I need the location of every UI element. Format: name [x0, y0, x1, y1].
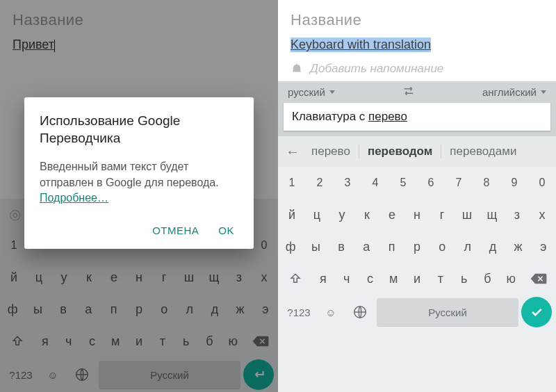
- translate-input-text: Клавиатура с: [292, 110, 368, 123]
- key-ж[interactable]: ж: [505, 234, 530, 260]
- key-б[interactable]: б: [475, 266, 499, 292]
- key-ф[interactable]: ф: [278, 234, 303, 260]
- key-ы[interactable]: ы: [303, 234, 328, 260]
- key-8[interactable]: 8: [473, 171, 500, 195]
- key-щ[interactable]: щ: [480, 202, 505, 228]
- swap-languages-button[interactable]: [402, 85, 416, 99]
- emoji-key[interactable]: ☺: [318, 298, 343, 326]
- key-й[interactable]: й: [279, 202, 304, 228]
- key-о[interactable]: о: [430, 234, 455, 260]
- note-title-field[interactable]: Название: [291, 11, 543, 29]
- note-body-text[interactable]: Keyboard with translation: [291, 38, 431, 52]
- key-л[interactable]: л: [455, 234, 480, 260]
- symbols-key[interactable]: ?123: [282, 298, 316, 326]
- key-д[interactable]: д: [480, 234, 505, 260]
- key-4[interactable]: 4: [361, 171, 389, 195]
- key-ч[interactable]: ч: [335, 266, 359, 292]
- key-а[interactable]: а: [354, 234, 379, 260]
- key-г[interactable]: г: [430, 202, 455, 228]
- key-н[interactable]: н: [404, 202, 430, 228]
- suggestion-1[interactable]: перево: [303, 145, 359, 158]
- key-6[interactable]: 6: [417, 171, 445, 195]
- note-area[interactable]: Название Keyboard with translation: [278, 0, 556, 59]
- keyboard-row-3: фывапролджэ: [278, 231, 556, 263]
- translate-language-bar: русский английский: [278, 81, 556, 103]
- dropdown-icon: [329, 90, 335, 94]
- key-0[interactable]: 0: [528, 171, 556, 195]
- suggestion-bar: ← перево переводом переводами: [278, 136, 556, 167]
- suggestion-back-button[interactable]: ←: [282, 144, 303, 160]
- screenshot-left: Название Привет ◎ 1234567890 йцукенгшщзх…: [0, 0, 278, 392]
- key-п[interactable]: п: [379, 234, 404, 260]
- key-и[interactable]: и: [405, 266, 429, 292]
- shift-key[interactable]: [279, 267, 311, 291]
- dropdown-icon: [541, 90, 546, 94]
- key-э[interactable]: э: [531, 234, 556, 260]
- backspace-key[interactable]: [523, 266, 555, 291]
- learn-more-link[interactable]: Подробнее…: [40, 192, 108, 204]
- suggestion-2[interactable]: переводом: [359, 145, 441, 158]
- key-е[interactable]: е: [379, 202, 404, 228]
- keyboard-row-2: йцукенгшщзх: [278, 199, 556, 231]
- keyboard-row-numbers: 1234567890: [278, 167, 556, 199]
- key-3[interactable]: 3: [334, 171, 361, 195]
- translate-consent-dialog: Использование Google Переводчика Введенн…: [24, 97, 254, 249]
- keyboard: 1234567890 йцукенгшщзх фывапролджэ ячсми…: [278, 167, 556, 392]
- key-2[interactable]: 2: [306, 171, 334, 195]
- key-в[interactable]: в: [329, 234, 354, 260]
- dialog-title: Использование Google Переводчика: [40, 113, 238, 147]
- key-с[interactable]: с: [359, 266, 382, 292]
- key-к[interactable]: к: [354, 202, 379, 228]
- source-language-label: русский: [288, 86, 325, 98]
- modal-overlay: Использование Google Переводчика Введенн…: [0, 0, 278, 392]
- spacebar[interactable]: Русский: [377, 298, 518, 326]
- suggestion-3[interactable]: переводами: [441, 145, 525, 158]
- key-р[interactable]: р: [404, 234, 430, 260]
- key-у[interactable]: у: [329, 202, 354, 228]
- enter-key[interactable]: [521, 297, 552, 327]
- cancel-button[interactable]: ОТМЕНА: [152, 224, 199, 236]
- dialog-body: Введенный вами текст будет отправлен в G…: [40, 159, 238, 206]
- target-language-label: английский: [482, 86, 537, 98]
- key-ц[interactable]: ц: [304, 202, 329, 228]
- source-language-button[interactable]: русский: [288, 86, 335, 98]
- target-language-button[interactable]: английский: [482, 86, 546, 98]
- dialog-body-text: Введенный вами текст будет отправлен в G…: [40, 161, 219, 188]
- screenshot-right: Название Keyboard with translation Добав…: [278, 0, 556, 392]
- key-ш[interactable]: ш: [455, 202, 480, 228]
- language-key[interactable]: [346, 298, 374, 326]
- reminder-icon: [291, 63, 303, 75]
- key-5[interactable]: 5: [389, 171, 417, 195]
- key-з[interactable]: з: [505, 202, 530, 228]
- translate-input[interactable]: Клавиатура с перево: [284, 103, 550, 131]
- dialog-actions: ОТМЕНА OK: [40, 220, 238, 240]
- key-я[interactable]: я: [311, 266, 335, 292]
- ok-button[interactable]: OK: [218, 224, 234, 236]
- translate-input-composing: перево: [368, 110, 407, 123]
- key-ю[interactable]: ю: [499, 266, 523, 292]
- key-х[interactable]: х: [530, 202, 555, 228]
- key-7[interactable]: 7: [445, 171, 473, 195]
- key-ь[interactable]: ь: [452, 266, 476, 292]
- keyboard-bottom-row: ?123 ☺ Русский: [278, 295, 556, 329]
- key-9[interactable]: 9: [500, 171, 528, 195]
- add-reminder[interactable]: Добавить напоминание: [278, 59, 556, 81]
- key-т[interactable]: т: [429, 266, 452, 292]
- keyboard-row-4: ячсмитьбю: [278, 263, 556, 295]
- key-1[interactable]: 1: [278, 171, 306, 195]
- key-м[interactable]: м: [382, 266, 405, 292]
- reminder-label: Добавить напоминание: [310, 62, 443, 76]
